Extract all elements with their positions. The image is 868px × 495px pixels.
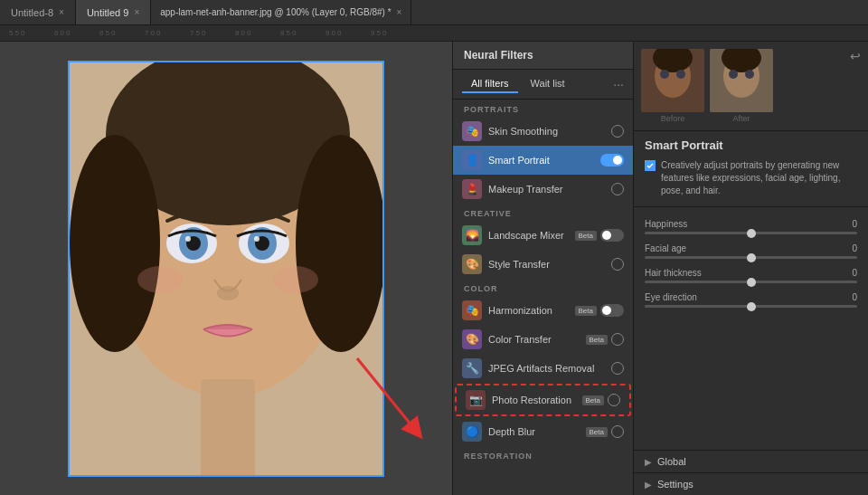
preview-after-thumb	[710, 49, 773, 112]
happiness-slider-row: Happiness 0	[634, 214, 868, 239]
category-color: COLOR	[453, 279, 633, 296]
makeup-transfer-toggle[interactable]	[611, 183, 624, 195]
hair-thickness-thumb[interactable]	[747, 278, 756, 287]
happiness-slider[interactable]	[645, 232, 857, 234]
filter-smart-portrait-label: Smart Portrait	[488, 155, 600, 166]
hair-thickness-slider[interactable]	[645, 281, 857, 283]
filter-harmonization[interactable]: 🎭 Harmonization Beta	[453, 296, 633, 325]
filter-color-transfer-label: Color Transfer	[488, 334, 586, 345]
filter-smart-portrait[interactable]: 👤 Smart Portrait	[453, 146, 633, 175]
slider-section: Happiness 0 Facial age 0	[634, 211, 868, 450]
divider	[634, 206, 868, 207]
tab-untitled8[interactable]: Untitled-8 ×	[0, 0, 76, 24]
smart-portrait-checkbox-row: Creatively adjust portraits by generatin…	[634, 156, 868, 203]
tab-all-filters[interactable]: All filters	[462, 75, 518, 93]
facial-age-slider[interactable]	[645, 256, 857, 259]
ruler-tick: 900	[326, 29, 371, 37]
filter-style-transfer[interactable]: 🎨 Style Transfer	[453, 250, 633, 279]
tab-close-untitled9[interactable]: ×	[134, 7, 139, 17]
tab-label: Untitled 9	[87, 7, 128, 18]
global-collapse-label: Global	[657, 456, 686, 467]
happiness-label: Happiness	[645, 219, 687, 229]
filter-makeup-transfer-label: Makeup Transfer	[488, 184, 611, 195]
neural-filters-title: Neural Filters	[464, 49, 533, 62]
right-panel: Before After ↩ Smart Portrait	[633, 42, 868, 495]
preview-before-image	[641, 49, 704, 112]
landscape-mixer-badge: Beta	[575, 231, 597, 241]
style-transfer-toggle[interactable]	[611, 258, 624, 271]
filter-depth-blur[interactable]: 🔵 Depth Blur Beta	[453, 417, 633, 446]
tab-wait-list[interactable]: Wait list	[522, 75, 574, 93]
portrait-title: Smart Portrait	[634, 131, 868, 156]
tab-label: Untitled-8	[11, 7, 53, 18]
settings-collapse-icon: ▶	[645, 480, 652, 490]
harmonization-badge: Beta	[575, 306, 597, 316]
happiness-thumb[interactable]	[747, 229, 756, 238]
ruler-tick: 600	[54, 29, 99, 37]
photo-restoration-toggle[interactable]	[608, 394, 620, 406]
face-illustration	[70, 62, 384, 477]
ruler-tick: 850	[280, 29, 326, 37]
photo-restoration-icon: 📷	[466, 390, 486, 410]
depth-blur-badge: Beta	[586, 427, 608, 437]
facial-age-slider-row: Facial age 0	[634, 239, 868, 263]
eye-direction-thumb[interactable]	[747, 302, 756, 311]
tab-main-file[interactable]: app-lam-net-anh-banner.jpg @ 100% (Layer…	[151, 0, 411, 24]
smart-portrait-checkbox[interactable]	[645, 160, 656, 171]
smart-portrait-toggle[interactable]	[600, 154, 624, 167]
svg-point-26	[745, 70, 754, 79]
tab-label: app-lam-net-anh-banner.jpg @ 100% (Layer…	[160, 7, 391, 17]
ruler-tick: 650	[99, 29, 145, 37]
jpeg-artifacts-toggle[interactable]	[611, 362, 624, 375]
tab-untitled9[interactable]: Untitled 9 ×	[76, 0, 151, 24]
tab-close-untitled8[interactable]: ×	[59, 7, 64, 17]
filter-jpeg-artifacts[interactable]: 🔧 JPEG Artifacts Removal	[453, 354, 633, 383]
preview-before-container: Before	[641, 49, 704, 123]
portrait-description: Creatively adjust portraits by generatin…	[661, 159, 857, 197]
category-portraits: PORTRAITS	[453, 100, 633, 117]
eye-direction-label: Eye direction	[645, 292, 697, 302]
svg-point-15	[137, 266, 183, 293]
svg-point-3	[70, 135, 160, 352]
preview-after-label: After	[732, 114, 750, 123]
filter-photo-restoration[interactable]: 📷 Photo Restoration Beta	[455, 384, 631, 416]
settings-collapse[interactable]: ▶ Settings	[634, 472, 868, 495]
neural-tabs: All filters Wait list ···	[453, 70, 633, 100]
tab-close-main[interactable]: ×	[397, 7, 402, 17]
more-options-button[interactable]: ···	[613, 77, 624, 91]
filter-makeup-transfer[interactable]: 💄 Makeup Transfer	[453, 175, 633, 204]
ruler-tick: 950	[371, 29, 416, 37]
main-content: Neural Filters All filters Wait list ···…	[0, 42, 868, 495]
filter-list: PORTRAITS 🎭 Skin Smoothing 👤 Smart Portr…	[453, 100, 633, 495]
ruler-tick: 550	[9, 29, 54, 37]
svg-point-25	[729, 70, 738, 79]
preview-before-label: Before	[661, 114, 685, 123]
depth-blur-toggle[interactable]	[611, 425, 624, 438]
filter-skin-smoothing[interactable]: 🎭 Skin Smoothing	[453, 117, 633, 146]
landscape-mixer-toggle[interactable]	[600, 229, 624, 242]
color-transfer-badge: Beta	[586, 335, 608, 345]
eye-direction-slider[interactable]	[645, 305, 857, 308]
svg-point-16	[273, 266, 318, 293]
style-transfer-icon: 🎨	[462, 254, 482, 274]
filter-landscape-mixer-label: Landscape Mixer	[488, 230, 575, 241]
harmonization-toggle[interactable]	[600, 304, 624, 317]
neural-filters-header: Neural Filters	[453, 42, 633, 70]
facial-age-label: Facial age	[645, 243, 686, 253]
facial-age-thumb[interactable]	[747, 253, 756, 262]
ruler-tick: 700	[145, 29, 190, 37]
harmonization-icon: 🎭	[462, 300, 482, 320]
preview-after-container: After	[710, 49, 773, 123]
hair-thickness-slider-row: Hair thickness 0	[634, 263, 868, 288]
skin-smoothing-toggle[interactable]	[611, 125, 624, 138]
hair-thickness-label: Hair thickness	[645, 268, 702, 278]
global-collapse[interactable]: ▶ Global	[634, 450, 868, 472]
filter-color-transfer[interactable]: 🎨 Color Transfer Beta	[453, 325, 633, 354]
jpeg-artifacts-icon: 🔧	[462, 358, 482, 378]
filter-landscape-mixer[interactable]: 🌄 Landscape Mixer Beta	[453, 221, 633, 250]
color-transfer-toggle[interactable]	[611, 333, 624, 346]
settings-collapse-label: Settings	[657, 479, 693, 490]
reset-button[interactable]: ↩	[850, 49, 861, 63]
svg-rect-5	[201, 379, 255, 477]
hair-thickness-value: 0	[852, 268, 857, 278]
